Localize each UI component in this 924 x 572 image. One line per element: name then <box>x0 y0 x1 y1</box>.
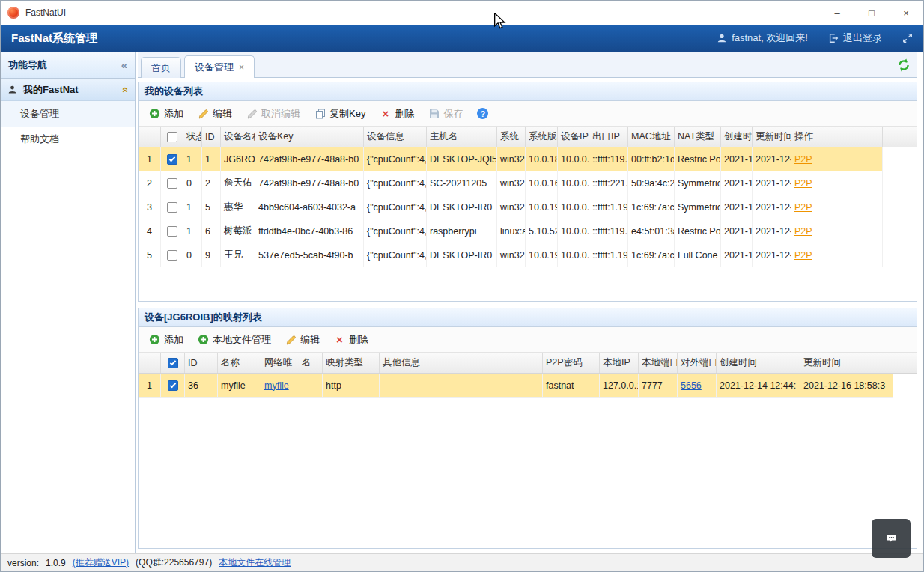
edit-button-label: 编辑 <box>213 107 232 121</box>
cancel-edit-button: 取消编辑 <box>240 103 306 124</box>
cell: 1 <box>183 147 202 171</box>
p2p-link[interactable]: P2P <box>794 154 812 165</box>
copy-key-button[interactable]: 复制Key <box>308 103 371 124</box>
column-header[interactable]: 创建时间 <box>721 127 753 147</box>
row-number: 4 <box>139 219 161 243</box>
sidebar-item-device-management[interactable]: 设备管理 <box>1 101 135 127</box>
column-header[interactable]: 名称 <box>218 353 261 373</box>
column-header[interactable]: MAC地址 <box>628 127 675 147</box>
cell: Restric Port <box>675 219 721 243</box>
row-checkbox-cell[interactable] <box>161 171 183 195</box>
p2p-link[interactable]: P2P <box>794 250 812 261</box>
sidebar-collapse-icon[interactable]: « <box>121 58 127 71</box>
local-file-online-link[interactable]: 本地文件在线管理 <box>219 556 291 569</box>
p2p-link[interactable]: P2P <box>794 202 812 213</box>
cell: 2021-12 <box>721 195 753 219</box>
mapping-edit-button[interactable]: 编辑 <box>279 329 326 350</box>
column-header[interactable]: 主机名 <box>427 127 497 147</box>
row-checkbox[interactable] <box>168 380 178 391</box>
p2p-link[interactable]: P2P <box>794 178 812 189</box>
logout-icon <box>827 33 839 44</box>
select-all-checkbox[interactable] <box>167 132 177 142</box>
cell: 50:9a:4c:2a <box>628 171 675 195</box>
column-header[interactable]: 设备IP <box>558 127 589 147</box>
column-header[interactable]: 系统版本 <box>526 127 558 147</box>
cell: Symmetric <box>675 195 721 219</box>
tab-home[interactable]: 首页 <box>141 57 181 78</box>
column-header[interactable]: 操作 <box>791 127 883 147</box>
column-header[interactable]: 设备信息 <box>364 127 427 147</box>
row-number: 1 <box>139 147 161 171</box>
column-header[interactable]: ID <box>202 127 221 147</box>
refresh-icon[interactable] <box>897 58 911 72</box>
column-header[interactable]: 网络唯一名 <box>261 353 323 373</box>
row-checkbox-cell[interactable] <box>161 243 183 267</box>
column-header[interactable]: 其他信息 <box>380 353 543 373</box>
tab-device-management[interactable]: 设备管理 × <box>184 55 255 78</box>
logout-button[interactable]: 退出登录 <box>827 31 882 45</box>
column-header[interactable]: 设备名称 <box>221 127 255 147</box>
delete-button[interactable]: × 删除 <box>374 103 420 124</box>
local-file-manager-button[interactable]: 本地文件管理 <box>192 329 277 350</box>
chat-widget-button[interactable] <box>872 519 911 558</box>
row-checkbox[interactable] <box>167 202 177 213</box>
user-menu[interactable]: fastnat, 欢迎回来! <box>716 31 808 45</box>
maximize-button[interactable]: □ <box>854 1 889 25</box>
welcome-text: fastnat, 欢迎回来! <box>732 31 808 45</box>
column-header[interactable]: P2P密码 <box>543 353 600 373</box>
cell: 5 <box>202 195 221 219</box>
app-header: FastNat系统管理 fastnat, 欢迎回来! 退出登录 <box>1 25 923 52</box>
fullscreen-button[interactable] <box>902 33 913 44</box>
column-header[interactable]: 创建时间 <box>717 353 800 373</box>
external-port-link[interactable]: 5656 <box>681 380 702 391</box>
column-header[interactable]: 系统 <box>497 127 526 147</box>
cell: 36 <box>185 374 218 397</box>
minimize-button[interactable]: – <box>820 1 854 25</box>
row-checkbox[interactable] <box>167 250 177 261</box>
accordion-my-fastnat[interactable]: 我的FastNat « <box>1 79 135 101</box>
select-all-cell[interactable] <box>161 353 185 373</box>
select-all-checkbox[interactable] <box>168 358 178 368</box>
table-row[interactable]: 136myfilemyfilehttpfastnat127.0.0.177775… <box>139 374 893 398</box>
column-header[interactable]: ID <box>185 353 218 373</box>
tab-close-icon[interactable]: × <box>239 63 244 72</box>
table-row[interactable]: 416树莓派ffddfb4e-0bc7-40b3-86{"cpuCount":4… <box>139 219 883 243</box>
p2p-link[interactable]: P2P <box>794 226 812 237</box>
table-row[interactable]: 111JG6ROIB742af98b-e977-48a8-b0{"cpuCoun… <box>139 147 883 171</box>
column-header[interactable]: 本地IP <box>600 353 639 373</box>
table-row[interactable]: 315惠华4bb9c604-a603-4032-a{"cpuCount":4,D… <box>139 195 883 219</box>
row-checkbox-cell[interactable] <box>161 195 183 219</box>
cell: 1 <box>183 219 202 243</box>
help-button[interactable]: ? <box>471 104 494 123</box>
vip-link[interactable]: (推荐赠送VIP) <box>73 556 129 569</box>
row-checkbox-cell[interactable] <box>161 147 183 171</box>
column-header[interactable]: 对外端口 <box>678 353 717 373</box>
column-header[interactable]: NAT类型 <box>675 127 721 147</box>
copy-key-label: 复制Key <box>329 107 365 121</box>
row-checkbox[interactable] <box>167 154 177 165</box>
row-checkbox[interactable] <box>167 178 177 189</box>
row-checkbox-cell[interactable] <box>161 374 185 397</box>
column-header[interactable]: 本地端口 <box>639 353 678 373</box>
cell: JG6ROIB <box>221 147 255 171</box>
column-header[interactable]: 映射类型 <box>323 353 380 373</box>
column-header[interactable]: 设备Key <box>255 127 364 147</box>
row-checkbox-cell[interactable] <box>161 219 183 243</box>
mapping-delete-button[interactable]: × 删除 <box>328 329 374 350</box>
mapping-add-button[interactable]: 添加 <box>143 329 189 350</box>
column-header[interactable]: 出口IP <box>589 127 628 147</box>
unique-name-link[interactable]: myfile <box>264 380 289 391</box>
add-button[interactable]: 添加 <box>143 103 189 124</box>
close-button[interactable]: × <box>889 1 923 25</box>
row-checkbox[interactable] <box>167 226 177 237</box>
sidebar-item-help-docs[interactable]: 帮助文档 <box>1 127 135 152</box>
table-row[interactable]: 509王兄537e7ed5-5cab-4f90-b{"cpuCount":4,D… <box>139 243 883 267</box>
select-all-cell[interactable] <box>161 127 183 147</box>
column-header[interactable]: 更新时间 <box>753 127 791 147</box>
cell: 10.0.0.10 <box>558 243 589 267</box>
table-row[interactable]: 202詹天佑742af98b-e977-48a8-b0{"cpuCount":4… <box>139 171 883 195</box>
column-header[interactable]: 状态 <box>183 127 202 147</box>
cell: 537e7ed5-5cab-4f90-b <box>255 243 364 267</box>
edit-button[interactable]: 编辑 <box>192 103 238 124</box>
column-header[interactable]: 更新时间 <box>800 353 893 373</box>
